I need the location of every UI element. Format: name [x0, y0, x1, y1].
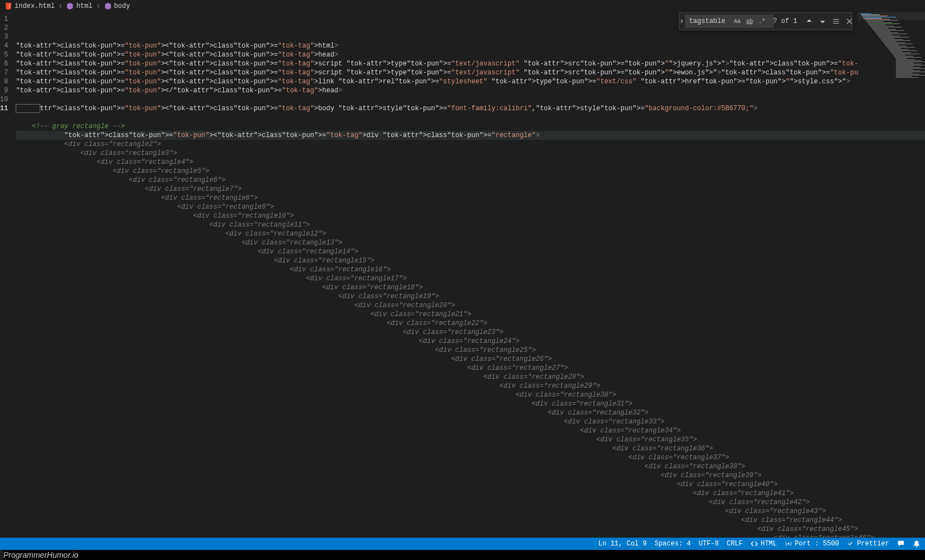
breadcrumb-node-body[interactable]: body — [104, 2, 130, 10]
find-options: Aa ab .* — [731, 16, 767, 27]
broadcast-icon — [785, 540, 792, 548]
svg-point-0 — [787, 543, 790, 545]
find-widget: › Aa ab .* ? of 1 — [679, 12, 852, 30]
breadcrumb-file[interactable]: index.html — [4, 2, 55, 10]
breadcrumb-label: body — [114, 2, 130, 10]
cursor-indicator — [16, 104, 40, 113]
feedback-icon — [897, 540, 905, 548]
code-icon — [750, 540, 758, 548]
editor[interactable]: 1234567891011 "tok-attr">class"tok-pun">… — [0, 12, 925, 538]
check-icon — [847, 540, 854, 548]
breadcrumb-node-html[interactable]: html — [66, 2, 92, 10]
symbol-icon — [104, 2, 112, 10]
match-case-toggle[interactable]: Aa — [731, 16, 743, 27]
status-language[interactable]: HTML — [750, 540, 777, 548]
find-prev-button[interactable] — [803, 15, 815, 27]
status-bell[interactable] — [913, 540, 921, 548]
chevron-right-icon: › — [57, 2, 64, 10]
status-feedback[interactable] — [897, 540, 905, 548]
status-prettier[interactable]: Prettier — [847, 540, 889, 548]
breadcrumb-file-label: index.html — [15, 2, 55, 10]
find-result-count: ? of 1 — [773, 17, 797, 25]
breadcrumb-bar: index.html › html › body — [0, 0, 925, 12]
find-expand-toggle[interactable]: › — [679, 13, 684, 30]
status-bar: Ln 11, Col 9 Spaces: 4 UTF-8 CRLF HTML P… — [0, 538, 925, 550]
minimap[interactable] — [858, 12, 925, 79]
whole-word-toggle[interactable]: ab — [744, 16, 755, 27]
html-file-icon — [4, 2, 12, 10]
status-encoding[interactable]: UTF-8 — [699, 540, 719, 548]
symbol-icon — [66, 2, 74, 10]
breadcrumb-label: html — [76, 2, 92, 10]
status-spaces[interactable]: Spaces: 4 — [655, 540, 691, 548]
status-ln-col[interactable]: Ln 11, Col 9 — [598, 540, 646, 548]
find-selection-button[interactable] — [830, 15, 842, 27]
status-eol[interactable]: CRLF — [727, 540, 743, 548]
find-next-button[interactable] — [816, 15, 829, 27]
find-close-button[interactable] — [843, 15, 856, 27]
code-area[interactable]: "tok-attr">class"tok-pun">="tok-pun"><"t… — [16, 12, 925, 538]
chevron-right-icon: › — [95, 2, 101, 10]
line-number-gutter: 1234567891011 — [0, 12, 16, 538]
regex-toggle[interactable]: .* — [756, 16, 767, 27]
status-live-server[interactable]: Port : 5500 — [785, 540, 839, 548]
watermark: ProgrammerHumor.io — [3, 550, 925, 560]
bell-icon — [913, 540, 921, 548]
